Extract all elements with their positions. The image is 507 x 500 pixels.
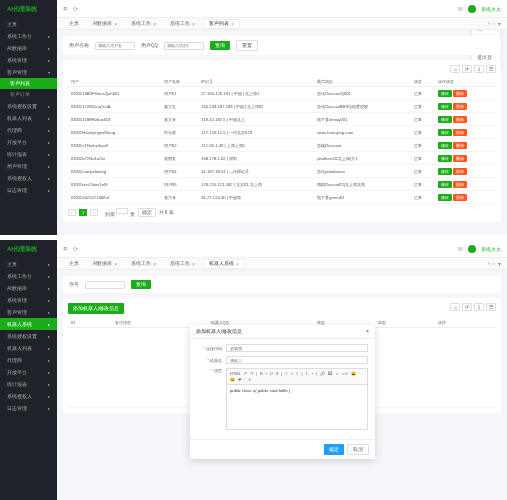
- edit-button[interactable]: 修改: [438, 103, 452, 110]
- edit-button[interactable]: 修改: [438, 194, 452, 201]
- ed-emoji-icon[interactable]: ☺: [334, 371, 340, 376]
- delete-button[interactable]: 删除: [453, 194, 467, 201]
- ed-undo-icon[interactable]: ↶: [243, 371, 248, 376]
- menu-item[interactable]: 机器人系统▸: [0, 318, 57, 330]
- ed-italic-icon[interactable]: I: [265, 371, 268, 376]
- tool-cols-icon[interactable]: ☰: [486, 303, 496, 311]
- menu-workbench[interactable]: 系统工作台▸: [0, 30, 57, 42]
- message-icon[interactable]: ✉: [458, 5, 463, 12]
- filter-name-input[interactable]: [95, 42, 135, 50]
- menu-item[interactable]: 日志管理▸: [0, 402, 57, 414]
- tab-right-icon[interactable]: ›: [493, 20, 495, 27]
- tab-left-icon[interactable]: ‹: [488, 260, 490, 267]
- message-icon[interactable]: ✉: [458, 245, 463, 252]
- tab[interactable]: 系统工作×: [125, 259, 162, 269]
- hamburger-icon[interactable]: ≡: [63, 5, 67, 12]
- menu-customer-order[interactable]: 客户订单: [0, 89, 57, 100]
- modal-close-icon[interactable]: ×: [366, 329, 369, 334]
- menu-authp[interactable]: 系统授权人▸: [0, 172, 57, 184]
- tool-refresh-icon[interactable]: ⟳: [462, 65, 472, 73]
- close-icon[interactable]: ×: [192, 21, 195, 27]
- ed-face1-icon[interactable]: 😀: [350, 371, 357, 376]
- menu-item[interactable]: 系统授权人▸: [0, 390, 57, 402]
- tab[interactable]: AI数据库×: [87, 259, 123, 269]
- page-1[interactable]: 1: [79, 209, 87, 216]
- menu-agent[interactable]: 代理商▸: [0, 124, 57, 136]
- tab-aidb[interactable]: AI数据库×: [87, 19, 123, 29]
- ed-quote-icon[interactable]: ": [243, 377, 246, 382]
- ed-clean-icon[interactable]: ✕: [247, 377, 252, 382]
- menu-item[interactable]: 系统工作台▸: [0, 270, 57, 282]
- ed-center-icon[interactable]: ≡: [290, 371, 294, 376]
- modal-ok-button[interactable]: 确定: [324, 444, 344, 455]
- close-icon[interactable]: ×: [114, 21, 117, 27]
- tab-menu-icon[interactable]: ▾: [498, 260, 501, 267]
- modal-cancel-button[interactable]: 取消: [347, 444, 369, 455]
- page-next[interactable]: ›: [90, 209, 98, 216]
- edit-button[interactable]: 修改: [438, 90, 452, 97]
- page-prev[interactable]: ‹: [68, 209, 76, 216]
- tab-work1[interactable]: 系统工作×: [125, 19, 162, 29]
- tool-search-icon[interactable]: ⌕: [450, 65, 460, 73]
- filter-qq-input[interactable]: [164, 42, 204, 50]
- page-jump-input[interactable]: [116, 208, 128, 214]
- ed-redo-icon[interactable]: ↷: [249, 371, 254, 376]
- ed-image-icon[interactable]: 🖼: [327, 371, 333, 376]
- menu-stats[interactable]: 统计报表▸: [0, 148, 57, 160]
- close-icon[interactable]: ×: [153, 21, 156, 27]
- tool-export-icon[interactable]: ⇩: [474, 303, 484, 311]
- menu-aidb[interactable]: AI数据库▸: [0, 42, 57, 54]
- menu-item[interactable]: 代理商▸: [0, 354, 57, 366]
- avatar[interactable]: [468, 245, 476, 253]
- close-icon[interactable]: ×: [114, 261, 117, 267]
- ed-face2-icon[interactable]: 😊: [229, 377, 236, 382]
- tab-menu-icon[interactable]: ▾: [498, 20, 501, 27]
- tab-left-icon[interactable]: ‹: [488, 20, 490, 27]
- tab[interactable]: 系统工作×: [164, 259, 201, 269]
- ed-code-icon[interactable]: </>: [341, 371, 349, 376]
- delete-button[interactable]: 删除: [453, 129, 467, 136]
- tab-customer-list[interactable]: 客户列表×: [203, 19, 240, 29]
- add-robot-button[interactable]: 添加机器人/修改信息: [68, 303, 124, 314]
- ed-underline-icon[interactable]: U: [269, 371, 274, 376]
- ed-face3-icon[interactable]: ❤: [237, 377, 242, 382]
- ed-ul-icon[interactable]: •: [311, 371, 314, 376]
- menu-item[interactable]: 客户管理▸: [0, 306, 57, 318]
- delete-button[interactable]: 删除: [453, 168, 467, 175]
- menu-user[interactable]: 用户管理▸: [0, 160, 57, 172]
- tool-cols-icon[interactable]: ☰: [486, 65, 496, 73]
- page-go-button[interactable]: 确定: [138, 208, 156, 217]
- ed-strike-icon[interactable]: S: [275, 371, 280, 376]
- menu-auth[interactable]: 系统授权设置▸: [0, 100, 57, 112]
- ed-left-icon[interactable]: ≡: [284, 371, 288, 376]
- close-icon[interactable]: ×: [192, 261, 195, 267]
- delete-button[interactable]: 删除: [453, 116, 467, 123]
- input-code[interactable]: [226, 344, 368, 352]
- delete-button[interactable]: 删除: [453, 90, 467, 97]
- menu-item[interactable]: 统计报表▸: [0, 378, 57, 390]
- username-2[interactable]: 系统大大: [481, 246, 501, 252]
- avatar[interactable]: [468, 5, 476, 13]
- delete-button[interactable]: 删除: [453, 142, 467, 149]
- edit-button[interactable]: 修改: [438, 129, 452, 136]
- filter-id-input[interactable]: [85, 281, 125, 289]
- edit-button[interactable]: 修改: [438, 181, 452, 188]
- delete-button[interactable]: 删除: [453, 103, 467, 110]
- reset-button[interactable]: 重置: [236, 40, 258, 51]
- menu-customer[interactable]: 客户管理▾: [0, 66, 57, 78]
- menu-item[interactable]: 系统管理▸: [0, 294, 57, 306]
- close-icon[interactable]: ×: [153, 261, 156, 267]
- ed-link-icon[interactable]: 🔗: [319, 371, 326, 376]
- menu-item[interactable]: 系统授权设置▸: [0, 330, 57, 342]
- refresh-icon[interactable]: ⟳: [73, 5, 78, 12]
- tab-work2[interactable]: 系统工作×: [164, 19, 201, 29]
- menu-robot[interactable]: 机器人列表▸: [0, 112, 57, 124]
- tool-refresh-icon[interactable]: ⟳: [462, 303, 472, 311]
- input-name[interactable]: [226, 356, 368, 364]
- tool-search-icon[interactable]: ⌕: [450, 303, 460, 311]
- username[interactable]: 系统大大: [481, 6, 501, 12]
- edit-button[interactable]: 修改: [438, 168, 452, 175]
- ed-right-icon[interactable]: ≡: [295, 371, 299, 376]
- menu-item[interactable]: AI数据库▸: [0, 282, 57, 294]
- tab[interactable]: 主页: [63, 259, 85, 268]
